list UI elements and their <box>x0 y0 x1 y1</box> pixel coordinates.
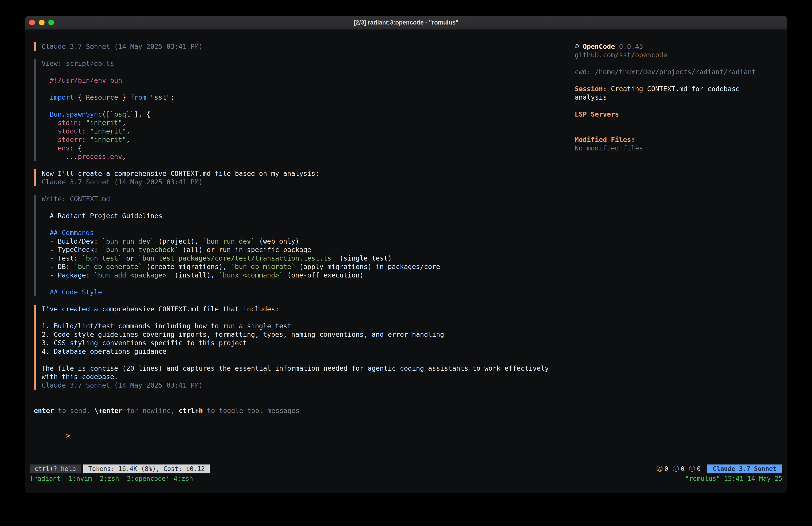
text-token: `bun add <package>` <box>94 271 171 279</box>
text-token: `bun test packages/core/test/transaction… <box>138 254 335 262</box>
text-token: OpenCode <box>583 43 615 51</box>
text-token: (single test) <box>335 254 392 262</box>
terminal-line <box>42 68 569 76</box>
text-token: ## Code Style <box>50 288 102 296</box>
text-token: Creating CONTEXT.md for codebase <box>607 85 740 93</box>
terminal-line: No modified files <box>575 144 786 153</box>
text-token: , <box>126 136 130 144</box>
text-token: (apply migrations) in packages/core <box>295 263 440 271</box>
text-token: , <box>126 127 130 135</box>
terminal-line: I've created a comprehensive CONTEXT.md … <box>42 305 569 313</box>
text-token: stdin <box>58 119 78 127</box>
close-button[interactable] <box>29 19 35 25</box>
text-token: Claude 3.7 Sonnet (14 May 2025 03:41 PM) <box>42 381 203 389</box>
terminal-line: Modified Files: <box>575 136 786 144</box>
assistant-message-2: I've created a comprehensive CONTEXT.md … <box>34 305 569 389</box>
text-token: `bun run dev` <box>102 237 155 245</box>
terminal-line: 1. Build/lint/test commands including ho… <box>42 322 569 330</box>
terminal-line: - Build/Dev: `bun run dev` (project), `b… <box>42 237 569 246</box>
window-titlebar: [2/3] radiant:3:opencode - "romulus" <box>25 16 787 30</box>
text-token: , <box>122 153 126 160</box>
terminal-line <box>42 203 569 212</box>
window-title: [2/3] radiant:3:opencode - "romulus" <box>354 19 459 26</box>
terminal-line: cwd: /home/thdxr/dev/projects/radiant/ra… <box>575 68 786 76</box>
terminal-line <box>575 59 786 68</box>
text-token: Now I'll create a comprehensive CONTEXT.… <box>42 170 319 177</box>
text-token: © <box>575 43 583 51</box>
model-badge[interactable]: Claude 3.7 Sonnet <box>707 465 782 473</box>
text-token: : <box>82 127 90 135</box>
terminal-line: - Test: `bun test` or `bun test packages… <box>42 254 569 262</box>
text-token: 2. Code style guidelines covering import… <box>42 330 444 338</box>
text-token: `psql` <box>110 110 134 118</box>
text-token: to send, <box>54 407 94 415</box>
terminal-line: env: { <box>42 144 569 153</box>
text-token <box>146 94 150 101</box>
info-count: 0 <box>681 465 684 473</box>
terminal-line: github.com/sst/opencode <box>575 51 786 59</box>
text-token: View: script/db.ts <box>42 59 114 67</box>
text-token: `bunx <command>` <box>219 271 283 279</box>
terminal-line: ## Commands <box>42 229 569 237</box>
text-token: : <box>82 136 90 144</box>
text-token: spawnSync <box>66 110 102 118</box>
terminal-line: ## Code Style <box>42 288 569 296</box>
terminal-line: 3. CSS styling conventions specific to t… <box>42 339 569 347</box>
tool-view-script-db: View: script/db.ts #!/usr/bin/env bun im… <box>34 59 569 161</box>
input-hints: enter to send, \+enter for newline, ctrl… <box>34 407 569 415</box>
text-token: 0.0.45 <box>615 43 643 51</box>
terminal-line: - TypeCheck: `bun run typecheck` (all) o… <box>42 246 569 254</box>
text-token: #!/usr/bin/env bun <box>50 76 122 84</box>
terminal-line: stdout: "inherit", <box>42 127 569 136</box>
assistant-header-1: Claude 3.7 Sonnet (14 May 2025 03:41 PM) <box>34 42 569 51</box>
terminal-line: Claude 3.7 Sonnet (14 May 2025 03:41 PM) <box>42 178 569 186</box>
status-bar: ctrl+? help Tokens: 16.4K (8%), Cost: $0… <box>30 465 782 473</box>
zoom-button[interactable] <box>48 19 54 25</box>
text-token: } <box>118 94 130 101</box>
terminal-line: ...process.env, <box>42 153 569 161</box>
text-token: - Package: <box>50 271 94 279</box>
warnings-count: 0 <box>665 465 668 473</box>
terminal-line: # Radiant Project Guidelines <box>42 212 569 220</box>
terminal-line <box>42 102 569 110</box>
tool-write-context-md: Write: CONTEXT.md # Radiant Project Guid… <box>34 195 569 296</box>
info-sidebar: © OpenCode 0.0.45github.com/sst/opencode… <box>575 42 786 153</box>
terminal-line: analysis <box>575 93 786 102</box>
tmux-windows[interactable]: [radiant] 1:nvim 2:zsh- 3:opencode* 4:zs… <box>30 474 193 483</box>
terminal-line <box>575 118 786 127</box>
text-token: stdout <box>58 127 82 135</box>
text-token: stderr <box>58 136 82 144</box>
text-token: enter <box>34 407 54 415</box>
text-token: "inherit" <box>86 119 122 127</box>
text-token: - Test: <box>50 254 82 262</box>
tmux-session-time: "romulus" 15:41 14-May-25 <box>685 474 783 483</box>
prompt-input[interactable]: > <box>34 423 569 431</box>
text-token: Resource <box>86 94 118 101</box>
terminal-line: 4. Database operations guidance <box>42 347 569 356</box>
terminal-line: The file is concise (20 lines) and captu… <box>42 364 569 373</box>
text-token: - Build/Dev: <box>50 237 102 245</box>
text-token: . <box>62 110 66 118</box>
text-token: No modified files <box>575 144 643 152</box>
text-token: "inherit" <box>90 136 126 144</box>
text-token: 1. Build/lint/test commands including ho… <box>42 322 291 330</box>
assistant-message-1: Now I'll create a comprehensive CONTEXT.… <box>34 169 569 186</box>
text-token: (all) or run in specific package <box>178 246 311 254</box>
terminal-line: #!/usr/bin/env bun <box>42 76 569 85</box>
text-token: to toggle tool messages <box>203 407 300 415</box>
hints-counter: ⓗ 0 <box>689 465 701 473</box>
text-token: 3. CSS styling conventions specific to t… <box>42 339 247 347</box>
text-token: LSP Servers <box>575 110 619 118</box>
text-token: Session: <box>575 85 607 93</box>
text-token: : <box>78 119 86 127</box>
minimize-button[interactable] <box>39 19 45 25</box>
text-token: (project), <box>155 237 203 245</box>
terminal-line: - Package: `bun add <package>` (install)… <box>42 271 569 280</box>
help-shortcut-badge[interactable]: ctrl+? help <box>30 465 81 473</box>
text-token: or <box>122 254 138 262</box>
terminal-line: 2. Code style guidelines covering import… <box>42 330 569 339</box>
text-token: `bun run dev` <box>203 237 255 245</box>
chat-stream: Claude 3.7 Sonnet (14 May 2025 03:41 PM)… <box>25 42 569 389</box>
terminal-line: stdin: "inherit", <box>42 118 569 127</box>
info-icon: ⓘ <box>673 465 679 473</box>
